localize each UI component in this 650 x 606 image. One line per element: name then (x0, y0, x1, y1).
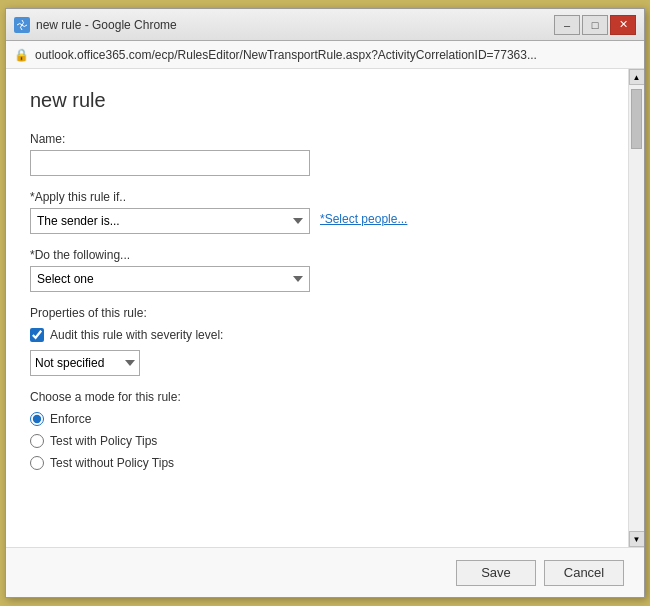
minimize-button[interactable]: – (554, 15, 580, 35)
do-following-select[interactable]: Select one (30, 266, 310, 292)
apply-rule-select[interactable]: The sender is... (30, 208, 310, 234)
radio-test-with-row: Test with Policy Tips (30, 434, 604, 448)
radio-test-without[interactable] (30, 456, 44, 470)
scrollbar-track (629, 85, 644, 531)
name-label: Name: (30, 132, 604, 146)
radio-enforce[interactable] (30, 412, 44, 426)
cancel-button[interactable]: Cancel (544, 560, 624, 586)
mode-radio-group: Enforce Test with Policy Tips Test witho… (30, 412, 604, 470)
mode-title: Choose a mode for this rule: (30, 390, 604, 404)
do-following-label: *Do the following... (30, 248, 604, 262)
radio-enforce-row: Enforce (30, 412, 604, 426)
content-area: new rule Name: *Apply this rule if.. The… (6, 69, 644, 547)
apply-rule-row: The sender is... *Select people... (30, 208, 604, 234)
window-controls: – □ ✕ (554, 15, 636, 35)
severity-select[interactable]: Not specified Low Medium High (30, 350, 140, 376)
properties-title: Properties of this rule: (30, 306, 604, 320)
radio-test-with[interactable] (30, 434, 44, 448)
radio-test-without-label: Test without Policy Tips (50, 456, 174, 470)
name-group: Name: (30, 132, 604, 176)
select-people-link[interactable]: *Select people... (320, 212, 407, 226)
apply-rule-group: *Apply this rule if.. The sender is... *… (30, 190, 604, 234)
scrollbar-thumb[interactable] (631, 89, 642, 149)
name-input[interactable] (30, 150, 310, 176)
title-bar: new rule - Google Chrome – □ ✕ (6, 9, 644, 41)
radio-enforce-label: Enforce (50, 412, 91, 426)
browser-icon (14, 17, 30, 33)
audit-checkbox[interactable] (30, 328, 44, 342)
close-button[interactable]: ✕ (610, 15, 636, 35)
radio-test-with-label: Test with Policy Tips (50, 434, 157, 448)
url-text: outlook.office365.com/ecp/RulesEditor/Ne… (35, 48, 537, 62)
browser-window: new rule - Google Chrome – □ ✕ 🔒 outlook… (5, 8, 645, 598)
page-title: new rule (30, 89, 604, 112)
scrollbar: ▲ ▼ (628, 69, 644, 547)
scroll-up-arrow[interactable]: ▲ (629, 69, 645, 85)
do-following-group: *Do the following... Select one (30, 248, 604, 292)
audit-checkbox-row: Audit this rule with severity level: (30, 328, 604, 342)
apply-rule-label: *Apply this rule if.. (30, 190, 604, 204)
audit-label: Audit this rule with severity level: (50, 328, 223, 342)
radio-test-without-row: Test without Policy Tips (30, 456, 604, 470)
address-bar: 🔒 outlook.office365.com/ecp/RulesEditor/… (6, 41, 644, 69)
title-bar-left: new rule - Google Chrome (14, 17, 177, 33)
footer: Save Cancel (6, 547, 644, 597)
maximize-button[interactable]: □ (582, 15, 608, 35)
window-title: new rule - Google Chrome (36, 18, 177, 32)
properties-group: Properties of this rule: Audit this rule… (30, 306, 604, 376)
main-content: new rule Name: *Apply this rule if.. The… (6, 69, 628, 547)
severity-row: Not specified Low Medium High (30, 350, 604, 376)
scroll-down-arrow[interactable]: ▼ (629, 531, 645, 547)
mode-group: Choose a mode for this rule: Enforce Tes… (30, 390, 604, 470)
save-button[interactable]: Save (456, 560, 536, 586)
lock-icon: 🔒 (14, 48, 29, 62)
